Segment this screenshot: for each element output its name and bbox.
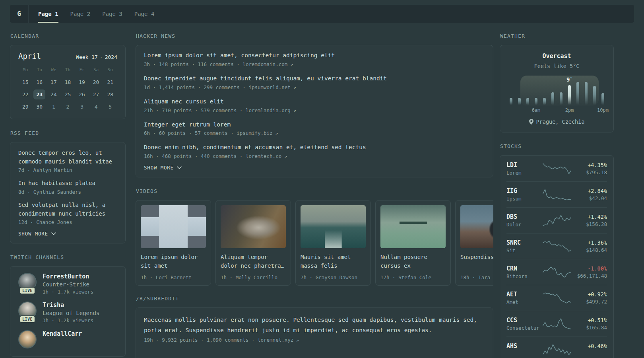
calendar-day: 15 — [19, 77, 31, 87]
weather-bar — [543, 98, 546, 105]
stock-row[interactable]: DBSDolor +1.42%$156.28 — [506, 207, 607, 233]
calendar-day: 27 — [90, 90, 102, 99]
stock-row[interactable]: LDILorem +4.35%$795.18 — [506, 156, 607, 181]
hn-item-domain[interactable]: loremdomain.com — [242, 61, 287, 67]
external-link-icon: ↗ — [275, 130, 278, 136]
hn-item-title[interactable]: Donec enim nibh, condimentum et accumsan… — [144, 144, 485, 151]
video-thumbnail[interactable] — [460, 205, 493, 248]
video-thumbnail[interactable] — [141, 205, 206, 248]
video-card[interactable]: Aliquam tempor dolor nec pharetra… 1h · … — [215, 200, 291, 286]
hn-item-meta: 6h · 60 points · 57 comments · ipsumify.… — [144, 130, 485, 136]
calendar-day: 23 — [33, 90, 45, 99]
tab-page-2[interactable]: Page 2 — [70, 5, 91, 23]
external-link-icon: ↗ — [296, 337, 299, 343]
calendar-month: April — [18, 52, 41, 60]
stock-sparkline — [542, 344, 572, 356]
twitch-widget-title: TWITCH CHANNELS — [10, 254, 126, 260]
weather-widget: WEATHER Overcast Feels like 5°C 9° 6am 2… — [500, 33, 614, 132]
video-thumbnail[interactable] — [221, 205, 286, 248]
tab-page-3[interactable]: Page 3 — [102, 5, 122, 23]
stock-name: Ipsum — [506, 196, 542, 202]
external-link-icon: ↗ — [293, 85, 296, 90]
stock-row[interactable]: CCSConsectetur +0.51%$165.84 — [506, 311, 607, 337]
stock-sparkline — [542, 189, 572, 200]
video-title[interactable]: Aliquam tempor dolor nec pharetra… — [221, 253, 286, 270]
stock-row[interactable]: SNRCSit +1.36%$148.64 — [506, 233, 607, 259]
hackernews-card: Lorem ipsum dolor sit amet, consectetur … — [136, 45, 493, 177]
subreddit-widget: /R/SUBREDDIT Maecenas mollis pulvinar er… — [136, 296, 493, 358]
rss-card: Donec tempor eros leo, ut commodo mauris… — [10, 142, 126, 243]
video-thumbnail[interactable] — [301, 205, 366, 248]
video-card[interactable]: Lorem ipsum dolor sit amet consectetu… 1… — [136, 200, 211, 286]
rss-item-title[interactable]: Sed volutpat nulla nisl, a condimentum n… — [18, 201, 117, 218]
stock-price — [572, 350, 607, 356]
twitch-widget: TWITCH CHANNELS LIVE ForrestBurton Count… — [10, 254, 126, 357]
hn-show-more-button[interactable]: SHOW MORE — [144, 165, 182, 171]
calendar-week-year: Week 17·2024 — [76, 54, 117, 60]
stock-price: $66,171.48 — [572, 273, 607, 279]
rss-item-title[interactable]: Donec tempor eros leo, ut commodo mauris… — [18, 149, 117, 166]
hn-item-title[interactable]: Lorem ipsum dolor sit amet, consectetur … — [144, 52, 485, 59]
stock-row[interactable]: AHS +0.46% — [506, 337, 607, 358]
twitch-channel[interactable]: LIVE ForrestBurton Counter-Strike 1h · 1… — [18, 273, 117, 295]
weather-bar — [568, 85, 571, 105]
calendar-day: 5 — [104, 102, 116, 112]
calendar-day: 28 — [104, 90, 116, 99]
hn-item-title[interactable]: Integer eget rutrum lorem — [144, 121, 485, 128]
stock-sparkline — [542, 266, 572, 278]
video-title[interactable]: Lorem ipsum dolor sit amet consectetu… — [141, 253, 206, 270]
twitch-channel[interactable]: LIVE Trisha League of Legends 3h · 1.2k … — [18, 302, 117, 323]
channel-viewers: 1h · 1.7k viewers — [43, 289, 93, 295]
stock-name: Dolor — [506, 222, 542, 228]
app-logo: G — [10, 5, 29, 23]
video-card[interactable]: Mauris sit amet massa felis 7h · Grayson… — [295, 200, 371, 286]
hackernews-widget-title: HACKER NEWS — [136, 33, 493, 39]
hn-item-domain[interactable]: ipsumify.biz — [237, 130, 272, 136]
stock-sparkline — [542, 318, 572, 330]
stock-change: +0.46% — [572, 343, 607, 349]
rss-item-title[interactable]: In hac habitasse platea — [18, 179, 117, 188]
stock-row[interactable]: IIGIpsum +2.84%$42.04 — [506, 181, 607, 207]
videos-widget-title: VIDEOS — [136, 188, 493, 194]
tab-page-1[interactable]: Page 1 — [38, 5, 58, 23]
weather-location-text: Prague, Czechia — [536, 119, 585, 125]
stock-row[interactable]: CRNBitcorn -1.00%$66,171.48 — [506, 259, 607, 285]
tab-page-4[interactable]: Page 4 — [134, 5, 155, 23]
video-card[interactable]: Suspendisse diam 18h · Tara — [455, 200, 493, 286]
hn-item-domain[interactable]: loremlandia.org — [246, 107, 291, 113]
video-meta: 17h · Stefan Cole — [380, 274, 446, 280]
video-title[interactable]: Mauris sit amet massa felis — [301, 253, 366, 270]
weather-bar — [585, 82, 588, 105]
hn-item-domain[interactable]: loremtech.co — [246, 153, 281, 159]
stock-price: $156.28 — [572, 221, 607, 227]
video-thumbnail[interactable] — [380, 205, 446, 248]
hn-item-title[interactable]: Donec imperdiet augue tincidunt felis al… — [144, 75, 485, 82]
hn-item-domain[interactable]: ipsumworld.net — [248, 84, 290, 90]
stock-price: $42.04 — [572, 195, 607, 201]
stocks-widget: STOCKS LDILorem +4.35%$795.18 IIGIpsum +… — [500, 143, 614, 358]
calendar-day: 26 — [76, 90, 88, 99]
calendar-day: 19 — [76, 77, 88, 87]
channel-name: KendallCarr — [43, 330, 82, 337]
video-title[interactable]: Nullam posuere cursus ex — [380, 253, 446, 270]
calendar-day-header: Tu — [33, 67, 47, 72]
calendar-day: 30 — [33, 102, 45, 112]
rss-show-more-button[interactable]: SHOW MORE — [18, 231, 56, 237]
hn-item-title[interactable]: Aliquam nec cursus elit — [144, 98, 485, 105]
video-meta: 7h · Grayson Dawson — [301, 274, 366, 280]
twitch-channel[interactable]: KendallCarr — [18, 330, 117, 348]
video-card[interactable]: Nullam posuere cursus ex 17h · Stefan Co… — [375, 200, 451, 286]
channel-info: ForrestBurton Counter-Strike 1h · 1.7k v… — [43, 273, 93, 295]
external-link-icon: ↗ — [290, 62, 293, 67]
left-column: CALENDAR April Week 17·2024 MoTuWeThFrSa… — [10, 33, 126, 358]
hn-item: Donec imperdiet augue tincidunt felis al… — [144, 75, 485, 90]
rss-item: Sed volutpat nulla nisl, a condimentum n… — [18, 201, 117, 225]
weather-axis-label: 10pm — [597, 107, 609, 113]
weather-axis-label: 2pm — [565, 107, 574, 113]
video-title[interactable]: Suspendisse diam — [460, 253, 493, 270]
avatar: LIVE — [18, 273, 37, 291]
calendar-day: 16 — [33, 77, 45, 87]
stock-row[interactable]: AETAmet +0.92%$499.72 — [506, 285, 607, 311]
subreddit-post-domain[interactable]: loremnet.xyz — [258, 337, 293, 343]
subreddit-post-title[interactable]: Maecenas mollis pulvinar erat non posuer… — [144, 315, 485, 335]
